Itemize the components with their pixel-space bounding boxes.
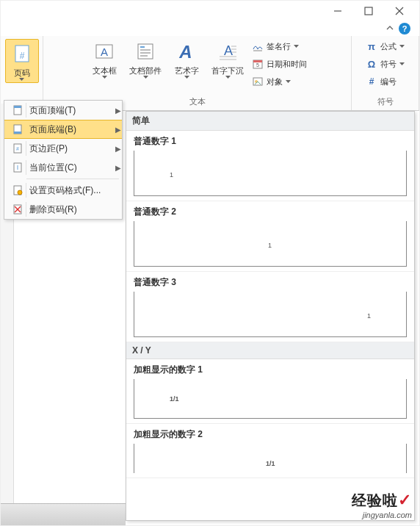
parts-label: 文档部件: [129, 65, 162, 76]
gallery-item-plain-2[interactable]: 普通数字 2 1: [126, 201, 414, 272]
menu-separator: [26, 179, 119, 179]
ribbon-collapse-icon[interactable]: [385, 24, 394, 33]
chevron-down-icon: [19, 78, 24, 81]
calendar-icon: 5: [252, 58, 264, 70]
svg-marker-32: [286, 80, 291, 83]
signature-line-button[interactable]: 签名行: [252, 39, 307, 54]
svg-text:5: 5: [256, 62, 259, 68]
page-number-icon: #: [10, 41, 35, 66]
maximize-button[interactable]: [363, 6, 374, 16]
numbering-button[interactable]: # 编号: [366, 74, 405, 89]
textbox-label: 文本框: [93, 65, 117, 76]
page-number-menu: 页面顶端(T) ▶ 页面底端(B) ▶ # 页边距(P) ▶ 当前位置(C) ▶…: [4, 100, 123, 220]
submenu-arrow-icon: ▶: [115, 107, 122, 115]
chevron-down-icon: [225, 76, 231, 79]
omega-icon: Ω: [366, 58, 377, 70]
svg-marker-15: [143, 76, 148, 79]
svg-text:A: A: [224, 43, 233, 58]
symbol-button[interactable]: Ω 符号: [366, 57, 405, 71]
svg-marker-24: [225, 76, 231, 79]
svg-point-44: [18, 190, 22, 195]
help-icon[interactable]: ?: [399, 23, 410, 35]
svg-marker-26: [294, 45, 299, 48]
preview-plain-1: 1: [134, 151, 407, 196]
gallery-header-simple: 简单: [126, 112, 414, 131]
menu-page-margin[interactable]: # 页边距(P) ▶: [4, 139, 122, 158]
wordart-icon: A: [174, 39, 199, 64]
current-position-icon: [9, 160, 26, 175]
textbox-button[interactable]: A 文本框: [87, 39, 121, 79]
svg-marker-34: [399, 62, 405, 65]
gallery-item-bold-1[interactable]: 加粗显示的数字 1 1/1: [126, 359, 414, 424]
preview-plain-3: 1: [134, 292, 407, 337]
svg-text:#: #: [16, 146, 19, 151]
textbox-icon: A: [92, 39, 117, 64]
chevron-down-icon: [399, 62, 405, 65]
parts-icon: [133, 39, 158, 64]
chevron-down-icon: [286, 80, 291, 83]
menu-remove-page-number[interactable]: 删除页码(R): [4, 200, 122, 219]
preview-bold-2: 1/1: [134, 444, 407, 473]
gallery-header-xy: X / Y: [126, 342, 414, 359]
gallery-item-bold-2[interactable]: 加粗显示的数字 2 1/1: [126, 424, 414, 478]
svg-text:A: A: [178, 42, 192, 62]
close-button[interactable]: [394, 6, 405, 16]
gallery-item-plain-1[interactable]: 普通数字 1 1: [126, 131, 414, 201]
formula-button[interactable]: π 公式: [366, 39, 405, 54]
bottom-bar-stub: [1, 503, 126, 525]
format-icon: [9, 183, 26, 198]
object-icon: [252, 76, 264, 87]
svg-text:A: A: [101, 46, 108, 58]
dropcap-icon: A: [215, 39, 240, 64]
preview-bold-1: 1/1: [134, 379, 407, 419]
menu-page-bottom[interactable]: 页面底端(B) ▶: [4, 120, 122, 139]
preview-plain-2: 1: [134, 221, 407, 267]
chevron-down-icon: [294, 45, 299, 48]
svg-marker-33: [399, 45, 405, 48]
gallery-item-plain-3[interactable]: 普通数字 3 1: [126, 272, 414, 342]
svg-rect-11: [140, 46, 145, 48]
page-number-label: 页码: [14, 68, 30, 78]
chevron-down-icon: [143, 76, 148, 79]
wordart-label: 艺术字: [175, 65, 199, 76]
group-symbol-label: 符号: [377, 96, 394, 109]
group-text-label: 文本: [189, 96, 206, 109]
page-margin-icon: #: [9, 141, 26, 156]
menu-current-position[interactable]: 当前位置(C) ▶: [4, 158, 122, 177]
pi-icon: π: [366, 40, 377, 52]
watermark: 经验啦✓ jingyanla.com: [352, 491, 412, 519]
svg-rect-13: [140, 52, 151, 54]
chevron-down-icon: [184, 76, 189, 79]
parts-button[interactable]: 文档部件: [128, 39, 162, 79]
svg-rect-14: [140, 55, 148, 57]
dropcap-button[interactable]: A 首字下沉: [211, 39, 245, 79]
svg-marker-6: [19, 78, 24, 81]
page-number-gallery: 简单 普通数字 1 1 普通数字 2 1 普通数字 3 1 X / Y 加粗显示…: [126, 111, 415, 521]
submenu-arrow-icon: ▶: [115, 164, 122, 172]
wordart-button[interactable]: A 艺术字: [170, 39, 203, 79]
window-titlebar: [1, 1, 419, 21]
minimize-button[interactable]: [333, 6, 343, 16]
object-button[interactable]: 对象: [252, 74, 307, 89]
signature-icon: [252, 40, 264, 52]
dropcap-label: 首字下沉: [211, 65, 244, 76]
svg-text:#: #: [19, 51, 24, 61]
page-top-icon: [9, 103, 26, 118]
svg-rect-38: [14, 132, 21, 134]
hash-icon: #: [366, 76, 377, 87]
svg-rect-12: [140, 49, 151, 51]
page-number-button[interactable]: # 页码: [5, 39, 39, 83]
svg-marker-17: [184, 76, 189, 79]
menu-format-page-number[interactable]: 设置页码格式(F)...: [4, 181, 122, 200]
checkmark-icon: ✓: [398, 491, 412, 509]
chevron-down-icon: [102, 76, 107, 79]
svg-rect-36: [14, 106, 21, 108]
menu-page-top[interactable]: 页面顶端(T) ▶: [4, 101, 122, 120]
svg-marker-9: [102, 76, 107, 79]
remove-icon: [9, 202, 26, 217]
help-row: ?: [1, 21, 419, 36]
svg-rect-1: [365, 7, 372, 15]
chevron-down-icon: [399, 45, 405, 48]
date-time-button[interactable]: 5 日期和时间: [252, 57, 307, 71]
page-bottom-icon: [9, 122, 26, 137]
